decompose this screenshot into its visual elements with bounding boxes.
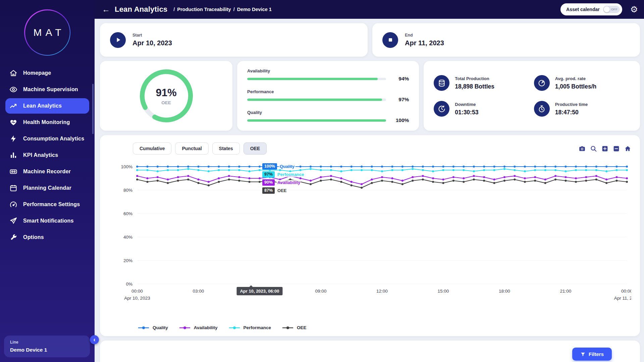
series-marker[interactable]	[391, 177, 393, 179]
zoom-out-icon[interactable]	[613, 145, 620, 152]
series-marker[interactable]	[524, 181, 526, 183]
series-marker[interactable]	[300, 169, 302, 171]
series-marker[interactable]	[565, 180, 567, 182]
series-marker[interactable]	[218, 166, 220, 168]
series-marker[interactable]	[442, 179, 444, 181]
series-marker[interactable]	[167, 182, 169, 184]
series-marker[interactable]	[371, 182, 373, 184]
series-marker[interactable]	[452, 180, 454, 182]
series-marker[interactable]	[463, 181, 465, 183]
series-marker[interactable]	[177, 180, 179, 182]
legend-item-performance[interactable]: Performance	[228, 325, 271, 330]
series-marker[interactable]	[432, 170, 434, 172]
series-marker[interactable]	[371, 179, 373, 181]
series-marker[interactable]	[544, 169, 546, 171]
series-marker[interactable]	[146, 166, 148, 168]
series-marker[interactable]	[463, 166, 465, 168]
series-marker[interactable]	[544, 182, 546, 184]
series-marker[interactable]	[605, 170, 607, 172]
settings-gear-icon[interactable]: ⚙	[630, 4, 638, 15]
series-marker[interactable]	[157, 166, 159, 168]
series-marker[interactable]	[259, 177, 261, 179]
asset-calendar-switch[interactable]: OFF	[603, 6, 620, 13]
series-marker[interactable]	[371, 166, 373, 168]
sidebar-item-machine-supervision[interactable]: Machine Supervision	[5, 82, 89, 97]
series-marker[interactable]	[249, 170, 251, 172]
series-marker[interactable]	[483, 180, 485, 182]
series-marker[interactable]	[157, 176, 159, 178]
series-marker[interactable]	[300, 177, 302, 179]
series-marker[interactable]	[167, 169, 169, 171]
series-marker[interactable]	[330, 175, 332, 177]
series-marker[interactable]	[361, 166, 363, 168]
series-marker[interactable]	[381, 180, 383, 182]
series-marker[interactable]	[473, 166, 475, 168]
series-marker[interactable]	[595, 169, 597, 171]
series-marker[interactable]	[432, 181, 434, 183]
sidebar-item-homepage[interactable]: Homepage	[5, 65, 89, 81]
series-marker[interactable]	[340, 166, 342, 168]
series-marker[interactable]	[340, 181, 342, 183]
series-marker[interactable]	[534, 180, 536, 182]
series-marker[interactable]	[361, 187, 363, 189]
series-marker[interactable]	[412, 168, 414, 170]
series-marker[interactable]	[330, 169, 332, 171]
series-marker[interactable]	[524, 170, 526, 172]
series-marker[interactable]	[310, 183, 312, 185]
series-marker[interactable]	[136, 169, 138, 171]
series-marker[interactable]	[300, 181, 302, 183]
series-marker[interactable]	[565, 170, 567, 172]
series-marker[interactable]	[320, 180, 322, 182]
series-marker[interactable]	[391, 181, 393, 183]
filters-button[interactable]: Filters	[572, 348, 612, 361]
series-marker[interactable]	[187, 179, 189, 181]
series-marker[interactable]	[432, 166, 434, 168]
series-marker[interactable]	[422, 166, 424, 168]
breadcrumb-item-demo-device-1[interactable]: Demo Device 1	[237, 7, 272, 12]
line-selector-card[interactable]: Line Demo Device 1	[4, 336, 90, 357]
oee-line-chart[interactable]: 0%20%40%60%80%100%00:00Apr 10, 202303:00…	[109, 160, 631, 302]
series-marker[interactable]	[473, 179, 475, 181]
series-marker[interactable]	[575, 169, 577, 171]
series-marker[interactable]	[554, 175, 556, 177]
series-marker[interactable]	[381, 170, 383, 172]
series-marker[interactable]	[136, 175, 138, 177]
sidebar-item-performance-settings[interactable]: Performance Settings	[5, 197, 89, 212]
series-marker[interactable]	[463, 177, 465, 179]
series-marker[interactable]	[605, 182, 607, 184]
series-marker[interactable]	[463, 169, 465, 171]
series-marker[interactable]	[289, 170, 291, 172]
sidebar-item-planning-calendar[interactable]: Planning Calendar	[5, 180, 89, 196]
sidebar-collapse-button[interactable]: ‹	[90, 335, 99, 344]
series-marker[interactable]	[483, 166, 485, 168]
series-marker[interactable]	[351, 169, 353, 171]
series-marker[interactable]	[351, 181, 353, 183]
series-marker[interactable]	[493, 182, 495, 184]
series-marker[interactable]	[351, 184, 353, 186]
series-marker[interactable]	[575, 166, 577, 168]
series-marker[interactable]	[493, 166, 495, 168]
series-marker[interactable]	[361, 183, 363, 185]
series-marker[interactable]	[595, 175, 597, 177]
legend-item-availability[interactable]: Availability	[179, 325, 218, 330]
series-marker[interactable]	[228, 169, 230, 171]
series-marker[interactable]	[503, 166, 505, 168]
zoom-in-icon[interactable]	[601, 145, 608, 152]
series-marker[interactable]	[249, 181, 251, 183]
series-marker[interactable]	[442, 182, 444, 184]
legend-item-oee[interactable]: OEE	[282, 325, 307, 330]
series-marker[interactable]	[187, 175, 189, 177]
series-marker[interactable]	[310, 180, 312, 182]
series-marker[interactable]	[269, 169, 271, 171]
series-marker[interactable]	[177, 169, 179, 171]
series-marker[interactable]	[473, 170, 475, 172]
series-marker[interactable]	[422, 169, 424, 171]
series-marker[interactable]	[473, 175, 475, 177]
series-marker[interactable]	[269, 166, 271, 168]
series-marker[interactable]	[412, 176, 414, 178]
series-marker[interactable]	[167, 166, 169, 168]
series-marker[interactable]	[524, 166, 526, 168]
series-marker[interactable]	[371, 169, 373, 171]
asset-calendar-toggle-pill[interactable]: Asset calendar OFF	[560, 3, 622, 15]
tab-cumulative[interactable]: Cumulative	[133, 142, 171, 155]
